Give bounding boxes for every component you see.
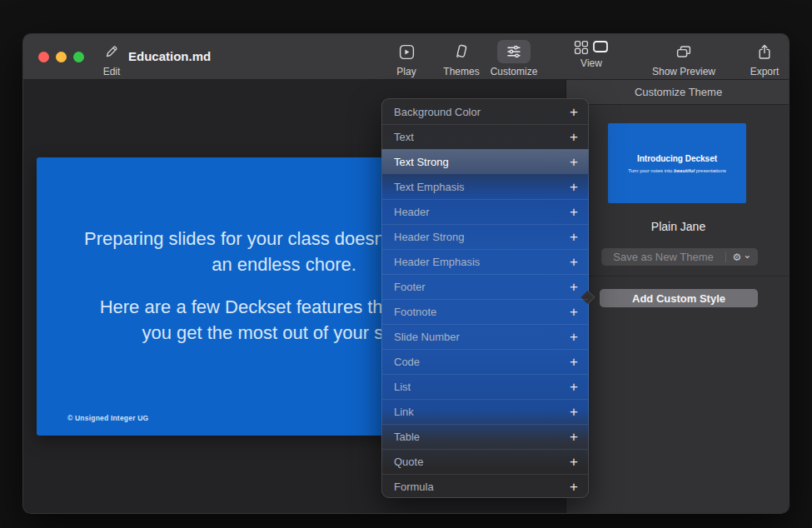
add-style-plus-icon[interactable]: + [570, 255, 578, 269]
add-style-plus-icon[interactable]: + [570, 405, 578, 419]
single-slide-view-button[interactable] [592, 40, 609, 55]
add-style-plus-icon[interactable]: + [570, 305, 578, 319]
style-menu-item-footer[interactable]: Footer + [382, 274, 588, 299]
style-menu-item-label: Table [394, 431, 570, 443]
export-label: Export [750, 66, 780, 77]
style-menu-item-text-emphasis[interactable]: Text Emphasis + [382, 174, 588, 199]
save-as-new-theme-label: Save as New Theme [601, 251, 725, 263]
add-style-plus-icon[interactable]: + [570, 180, 578, 194]
style-menu-item-code[interactable]: Code + [382, 349, 588, 374]
style-menu-item-list[interactable]: List + [382, 374, 588, 399]
style-menu-item-label: Background Color [394, 106, 570, 118]
add-style-plus-icon[interactable]: + [570, 455, 578, 469]
style-menu-item-link[interactable]: Link + [382, 399, 588, 424]
customize-theme-sidebar: Customize Theme Introducing Deckset Turn… [565, 80, 790, 513]
style-menu-item-slide-number[interactable]: Slide Number + [382, 324, 588, 349]
customize-button[interactable]: Customize [487, 40, 541, 77]
sidebar-header: Customize Theme [566, 80, 790, 105]
grid-view-button[interactable] [574, 40, 589, 55]
style-menu-item-header-strong[interactable]: Header Strong + [382, 224, 588, 249]
add-style-plus-icon[interactable]: + [570, 380, 578, 394]
title-bar: Edit Education.md Play [23, 34, 789, 80]
sliders-icon [497, 40, 531, 63]
themes-button[interactable]: Themes [435, 40, 488, 77]
chevron-down-icon: ⌄ [743, 249, 751, 261]
play-button[interactable]: Play [380, 40, 433, 77]
add-custom-style-button[interactable]: Add Custom Style [600, 289, 758, 307]
play-icon [390, 40, 423, 63]
style-menu-item-table[interactable]: Table + [382, 424, 588, 449]
style-menu-item-label: Header Strong [394, 231, 570, 243]
theme-thumbnail[interactable]: Introducing Deckset Turn your notes into… [608, 123, 746, 203]
traffic-lights [38, 52, 84, 62]
style-menu-item-footnote[interactable]: Footnote + [382, 299, 588, 324]
style-menu-item-label: Text Strong [394, 156, 570, 168]
add-style-plus-icon[interactable]: + [570, 155, 578, 169]
customize-label: Customize [491, 66, 538, 77]
thumbnail-subtitle: Turn your notes into beautiful presentat… [628, 168, 726, 173]
style-menu-item-background-color[interactable]: Background Color + [382, 99, 588, 124]
pencil-icon [95, 40, 128, 63]
style-menu-item-label: Header [394, 206, 570, 218]
add-style-plus-icon[interactable]: + [570, 105, 578, 119]
app-window: Edit Education.md Play [22, 33, 790, 514]
edit-label: Edit [103, 66, 121, 77]
add-style-plus-icon[interactable]: + [570, 280, 578, 294]
add-style-plus-icon[interactable]: + [570, 355, 578, 369]
document-title: Education.md [128, 49, 211, 63]
themes-icon [445, 40, 478, 63]
share-icon [748, 40, 781, 63]
style-menu-item-label: Footer [394, 281, 570, 293]
style-menu-item-label: Link [394, 406, 570, 418]
add-style-plus-icon[interactable]: + [570, 430, 578, 444]
style-menu-item-label: Formula [394, 481, 570, 493]
style-menu-item-header-emphasis[interactable]: Header Emphasis + [382, 249, 588, 274]
view-label: View [580, 57, 602, 69]
add-style-plus-icon[interactable]: + [570, 330, 578, 344]
minimize-button[interactable] [56, 52, 67, 62]
add-custom-style-label: Add Custom Style [632, 292, 725, 305]
gear-icon: ⚙ [733, 252, 742, 263]
style-menu-item-quote[interactable]: Quote + [382, 449, 588, 474]
theme-name: Plain Jane [566, 220, 790, 233]
style-menu-item-label: Slide Number [394, 331, 570, 343]
play-label: Play [396, 66, 416, 77]
style-menu-item-label: Text Emphasis [394, 181, 570, 193]
style-menu-item-label: Footnote [394, 306, 570, 318]
style-menu-item-text-strong[interactable]: Text Strong + [381, 149, 589, 174]
style-menu-item-label: List [394, 381, 570, 393]
style-menu-item-label: Code [394, 356, 570, 368]
export-button[interactable]: Export [738, 40, 790, 77]
style-menu-item-label: Quote [394, 456, 570, 468]
save-as-new-theme-button[interactable]: Save as New Theme ⚙⌄ [601, 248, 758, 266]
sidebar-divider [566, 276, 790, 276]
view-control: View [574, 40, 609, 69]
close-button[interactable] [38, 52, 49, 62]
zoom-button[interactable] [73, 52, 84, 62]
style-menu-item-text[interactable]: Text + [382, 124, 588, 149]
show-preview-label: Show Preview [652, 66, 715, 77]
theme-options-menu-button[interactable]: ⚙⌄ [726, 252, 758, 263]
add-style-plus-icon[interactable]: + [570, 480, 578, 494]
thumbnail-title: Introducing Deckset [637, 154, 717, 163]
style-menu-item-header[interactable]: Header + [382, 199, 588, 224]
themes-label: Themes [443, 66, 479, 77]
add-style-plus-icon[interactable]: + [570, 130, 578, 144]
add-style-plus-icon[interactable]: + [570, 230, 578, 244]
preview-windows-icon [667, 40, 700, 63]
slide-footer: © Unsigned Integer UG [67, 414, 148, 422]
style-menu-item-label: Text [394, 131, 570, 143]
style-menu-item-formula[interactable]: Formula + [382, 474, 588, 499]
show-preview-button[interactable]: Show Preview [657, 40, 710, 77]
style-menu-item-label: Header Emphasis [394, 256, 570, 268]
add-style-plus-icon[interactable]: + [570, 205, 578, 219]
content-area: Preparing slides for your class doesn't … [23, 80, 789, 513]
style-menu-popover: Background Color + Text + Text Strong + … [381, 98, 589, 498]
